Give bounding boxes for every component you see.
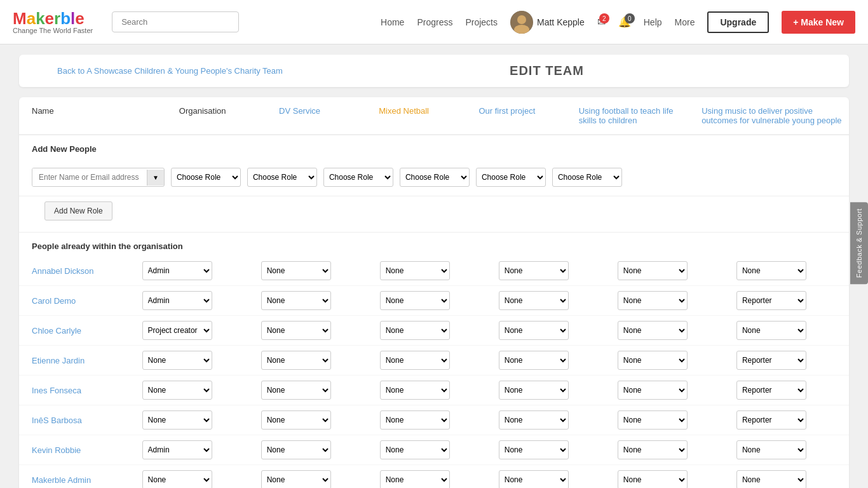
football-role-select-1[interactable]: NoneAdminProject creatorReporterManager bbox=[618, 291, 688, 310]
football-role-select-7[interactable]: NoneAdminProject creatorReporterManager bbox=[618, 470, 688, 488]
first-role-select-2[interactable]: NoneAdminProject creatorReporterManager bbox=[499, 321, 569, 340]
music-role-select-1[interactable]: NoneAdminProject creatorReporterManager bbox=[736, 291, 806, 310]
person-name-cell: Annabel Dickson bbox=[19, 256, 136, 286]
col-header-netball: Mixed Netball bbox=[372, 97, 472, 135]
first-role-select-7[interactable]: NoneAdminProject creatorReporterManager bbox=[499, 470, 569, 488]
nav-help[interactable]: Help bbox=[644, 17, 662, 27]
netball-role-select-0[interactable]: NoneAdminProject creatorReporterManager bbox=[380, 261, 450, 280]
org-role-select-1[interactable]: NoneAdminProject creatorReporterManager bbox=[142, 291, 212, 310]
user-area[interactable]: Matt Kepple bbox=[510, 11, 585, 34]
nav-more[interactable]: More bbox=[675, 17, 695, 27]
first-role-select-4[interactable]: NoneAdminProject creatorReporterManager bbox=[499, 381, 569, 400]
first-role-cell: NoneAdminProject creatorReporterManager bbox=[492, 465, 611, 489]
notifications-button[interactable]: 🔔 0 bbox=[618, 16, 631, 28]
service-role-select-7[interactable]: NoneAdminProject creatorReporterManager bbox=[261, 470, 331, 488]
football-role-select-4[interactable]: NoneAdminProject creatorReporterManager bbox=[618, 381, 688, 400]
netball-role-select-7[interactable]: NoneAdminProject creatorReporterManager bbox=[380, 470, 450, 488]
org-role-select-5[interactable]: NoneAdminProject creatorReporterManager bbox=[142, 410, 212, 430]
netball-role-select-2[interactable]: NoneAdminProject creatorReporterManager bbox=[380, 321, 450, 340]
choose-role-service[interactable]: Choose Role None Admin Reporter bbox=[247, 168, 317, 187]
choose-role-first[interactable]: Choose Role None Admin Reporter bbox=[400, 168, 470, 187]
make-new-button[interactable]: + Make New bbox=[782, 11, 855, 34]
netball-role-cell: NoneAdminProject creatorReporterManager bbox=[374, 405, 492, 435]
nav-projects[interactable]: Projects bbox=[465, 17, 498, 27]
org-role-select-7[interactable]: NoneAdminProject creatorReporterManager bbox=[142, 470, 212, 488]
netball-role-select-6[interactable]: NoneAdminProject creatorReporterManager bbox=[380, 440, 450, 459]
table-row: Carol Demo NoneAdminProject creatorRepor… bbox=[19, 286, 849, 316]
table-row: Makerble Admin NoneAdminProject creatorR… bbox=[19, 465, 849, 489]
service-role-select-5[interactable]: NoneAdminProject creatorReporterManager bbox=[261, 410, 331, 430]
org-role-select-0[interactable]: NoneAdminProject creatorReporterManager bbox=[142, 261, 212, 280]
person-name[interactable]: Carol Demo bbox=[32, 296, 76, 306]
notifications-badge: 0 bbox=[625, 13, 635, 24]
person-name[interactable]: Makerble Admin bbox=[32, 475, 91, 485]
table-row: Annabel Dickson NoneAdminProject creator… bbox=[19, 256, 849, 286]
service-role-select-2[interactable]: NoneAdminProject creatorReporterManager bbox=[261, 321, 331, 340]
first-role-select-6[interactable]: NoneAdminProject creatorReporterManager bbox=[499, 440, 569, 459]
person-name[interactable]: Etienne Jardin bbox=[32, 356, 85, 365]
football-role-select-6[interactable]: NoneAdminProject creatorReporterManager bbox=[618, 440, 688, 459]
netball-role-select-1[interactable]: NoneAdminProject creatorReporterManager bbox=[380, 291, 450, 310]
person-name[interactable]: Annabel Dickson bbox=[32, 266, 94, 276]
service-role-select-3[interactable]: NoneAdminProject creatorReporterManager bbox=[261, 351, 331, 370]
first-role-select-3[interactable]: NoneAdminProject creatorReporterManager bbox=[499, 351, 569, 370]
avatar bbox=[510, 11, 533, 34]
table-row: Chloe Carlyle NoneAdminProject creatorRe… bbox=[19, 316, 849, 346]
football-role-select-0[interactable]: NoneAdminProject creatorReporterManager bbox=[618, 261, 688, 280]
breadcrumb-link[interactable]: Back to A Showcase Children & Young Peop… bbox=[57, 66, 283, 76]
netball-role-select-5[interactable]: NoneAdminProject creatorReporterManager bbox=[380, 410, 450, 430]
football-role-select-2[interactable]: NoneAdminProject creatorReporterManager bbox=[618, 321, 688, 340]
person-name[interactable]: Kevin Robbie bbox=[32, 445, 81, 455]
choose-role-org[interactable]: Choose Role None Admin Project creator R… bbox=[171, 168, 241, 187]
first-role-select-0[interactable]: NoneAdminProject creatorReporterManager bbox=[499, 261, 569, 280]
music-role-select-0[interactable]: NoneAdminProject creatorReporterManager bbox=[736, 261, 806, 280]
first-role-cell: NoneAdminProject creatorReporterManager bbox=[492, 316, 611, 346]
choose-role-football[interactable]: Choose Role None Admin Reporter bbox=[476, 168, 546, 187]
add-role-button[interactable]: Add New Role bbox=[44, 201, 112, 220]
first-role-cell: NoneAdminProject creatorReporterManager bbox=[492, 405, 611, 435]
service-role-select-4[interactable]: NoneAdminProject creatorReporterManager bbox=[261, 381, 331, 400]
football-role-cell: NoneAdminProject creatorReporterManager bbox=[611, 405, 730, 435]
service-role-cell: NoneAdminProject creatorReporterManager bbox=[255, 376, 374, 405]
music-role-select-3[interactable]: NoneAdminProject creatorReporterManager bbox=[736, 351, 806, 370]
music-role-select-6[interactable]: NoneAdminProject creatorReporterManager bbox=[736, 440, 806, 459]
person-name[interactable]: Ines Fonseca bbox=[32, 386, 81, 395]
search-input[interactable] bbox=[112, 11, 239, 32]
person-name-cell: Etienne Jardin bbox=[19, 346, 136, 376]
music-role-select-5[interactable]: NoneAdminProject creatorReporterManager bbox=[736, 410, 806, 430]
nav-progress[interactable]: Progress bbox=[417, 17, 452, 27]
netball-role-select-4[interactable]: NoneAdminProject creatorReporterManager bbox=[380, 381, 450, 400]
person-name[interactable]: InêS Barbosa bbox=[32, 416, 82, 425]
logo-tagline: Change The World Faster bbox=[13, 27, 93, 34]
org-role-select-3[interactable]: NoneAdminProject creatorReporterManager bbox=[142, 351, 212, 370]
service-role-select-6[interactable]: NoneAdminProject creatorReporterManager bbox=[261, 440, 331, 459]
service-role-select-0[interactable]: NoneAdminProject creatorReporterManager bbox=[261, 261, 331, 280]
person-name[interactable]: Chloe Carlyle bbox=[32, 326, 81, 336]
name-email-input[interactable] bbox=[32, 168, 147, 186]
netball-role-cell: NoneAdminProject creatorReporterManager bbox=[374, 435, 492, 465]
messages-button[interactable]: ✉ 2 bbox=[597, 16, 606, 28]
feedback-button[interactable]: Feedback & Support bbox=[850, 202, 868, 284]
choose-role-music[interactable]: Choose Role None Admin Reporter bbox=[552, 168, 622, 187]
upgrade-button[interactable]: Upgrade bbox=[707, 11, 769, 33]
first-role-select-1[interactable]: NoneAdminProject creatorReporterManager bbox=[499, 291, 569, 310]
name-input-dropdown[interactable]: ▼ bbox=[147, 170, 164, 186]
person-name-cell: Ines Fonseca bbox=[19, 376, 136, 405]
org-role-select-4[interactable]: NoneAdminProject creatorReporterManager bbox=[142, 381, 212, 400]
first-role-select-5[interactable]: NoneAdminProject creatorReporterManager bbox=[499, 410, 569, 430]
football-role-cell: NoneAdminProject creatorReporterManager bbox=[611, 376, 730, 405]
music-role-select-4[interactable]: NoneAdminProject creatorReporterManager bbox=[736, 381, 806, 400]
music-role-select-2[interactable]: NoneAdminProject creatorReporterManager bbox=[736, 321, 806, 340]
choose-role-netball[interactable]: Choose Role None Admin Reporter bbox=[323, 168, 393, 187]
person-name-cell: Chloe Carlyle bbox=[19, 316, 136, 346]
org-role-select-6[interactable]: NoneAdminProject creatorReporterManager bbox=[142, 440, 212, 459]
music-role-select-7[interactable]: NoneAdminProject creatorReporterManager bbox=[736, 470, 806, 488]
football-role-select-3[interactable]: NoneAdminProject creatorReporterManager bbox=[618, 351, 688, 370]
netball-role-select-3[interactable]: NoneAdminProject creatorReporterManager bbox=[380, 351, 450, 370]
first-role-cell: NoneAdminProject creatorReporterManager bbox=[492, 256, 611, 286]
org-role-select-2[interactable]: NoneAdminProject creatorReporterManager bbox=[142, 321, 212, 340]
service-role-select-1[interactable]: NoneAdminProject creatorReporterManager bbox=[261, 291, 331, 310]
org-role-cell: NoneAdminProject creatorReporterManager bbox=[136, 316, 255, 346]
nav-home[interactable]: Home bbox=[381, 17, 404, 27]
football-role-select-5[interactable]: NoneAdminProject creatorReporterManager bbox=[618, 410, 688, 430]
